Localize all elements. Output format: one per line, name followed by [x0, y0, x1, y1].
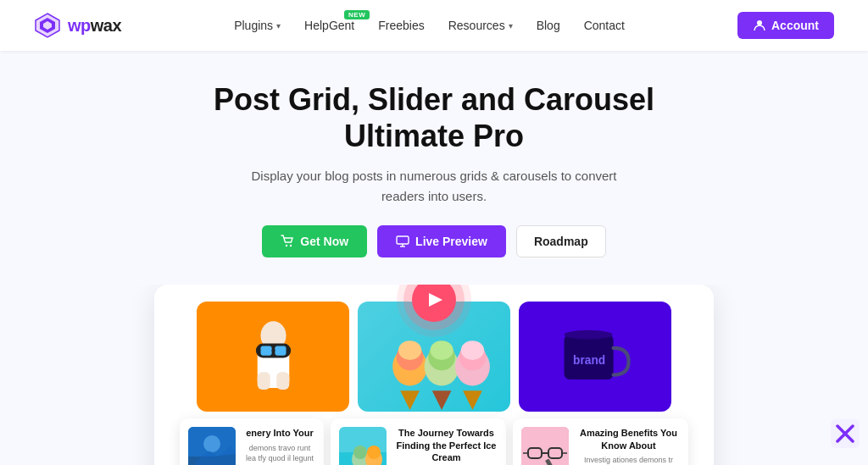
nav-link-blog[interactable]: Blog [537, 19, 560, 32]
preview-section: brand [17, 285, 851, 465]
account-button[interactable]: Account [737, 12, 834, 39]
svg-marker-21 [432, 390, 452, 410]
svg-point-20 [398, 340, 421, 360]
bottom-card-content-0: enery Into Your demons travo runt lea tf… [244, 427, 315, 465]
play-overlay [403, 285, 465, 330]
svg-point-4 [286, 245, 287, 246]
vr-person-image [242, 313, 305, 401]
preview-white-box: brand [154, 285, 714, 465]
hero-description: Display your blog posts in numerous grid… [248, 166, 620, 207]
logo-text: wpwax [68, 16, 121, 36]
svg-point-41 [353, 446, 367, 459]
svg-rect-45 [521, 427, 569, 465]
nav-link-helpgent[interactable]: HelpGent [304, 19, 354, 32]
logo[interactable]: wpwax [34, 12, 121, 39]
roadmap-button[interactable]: Roadmap [516, 225, 606, 257]
svg-rect-12 [260, 346, 271, 355]
play-button[interactable] [412, 285, 456, 322]
bottom-card-2: Amazing Benefits You Know About Investig… [513, 418, 688, 465]
svg-marker-25 [463, 390, 482, 410]
svg-point-24 [430, 340, 453, 360]
chevron-down-icon: ▾ [276, 21, 281, 30]
get-now-button[interactable]: Get Now [262, 225, 367, 257]
corner-x-icon [831, 419, 860, 448]
svg-point-5 [290, 245, 292, 246]
nav-link-contact[interactable]: Contact [584, 19, 625, 32]
hero-section: Post Grid, Slider and Carousel Ultimate … [0, 51, 868, 465]
nav-item-plugins[interactable]: Plugins ▾ [234, 19, 281, 32]
nav-link-plugins[interactable]: Plugins ▾ [234, 19, 281, 32]
svg-rect-6 [397, 236, 409, 244]
bottom-card-img-0 [188, 427, 236, 465]
card-orange [197, 302, 349, 412]
nav-item-resources[interactable]: Resources ▾ [448, 19, 513, 32]
nav-links: Plugins ▾ HelpGent NEW Freebies Resource… [234, 19, 625, 32]
user-icon [753, 19, 766, 32]
cart-icon [281, 235, 294, 248]
svg-rect-16 [276, 372, 289, 390]
hero-title: Post Grid, Slider and Carousel Ultimate … [17, 81, 851, 154]
navbar: wpwax Plugins ▾ HelpGent NEW Freebies Re… [0, 0, 868, 51]
bottom-card-content-2: Amazing Benefits You Know About Investig… [577, 427, 680, 465]
bottom-card-0: enery Into Your demons travo runt lea tf… [180, 418, 324, 465]
card-purple: brand [519, 302, 671, 412]
bottom-card-img-1 [339, 427, 387, 465]
svg-rect-15 [257, 372, 270, 390]
new-badge: NEW [344, 10, 370, 19]
nav-item-blog[interactable]: Blog [537, 19, 560, 32]
bottom-card-content-1: The Journey Towards Finding the Perfect … [395, 427, 498, 465]
nav-item-freebies[interactable]: Freebies [378, 19, 424, 32]
chevron-down-icon: ▾ [509, 21, 513, 30]
nav-link-resources[interactable]: Resources ▾ [448, 19, 513, 32]
svg-point-44 [367, 446, 381, 459]
bottom-card-1: The Journey Towards Finding the Perfect … [331, 418, 506, 465]
svg-point-35 [203, 435, 220, 452]
svg-point-28 [461, 340, 484, 360]
live-preview-button[interactable]: Live Preview [377, 225, 506, 257]
mug-image: brand [555, 321, 636, 393]
logo-icon [34, 12, 61, 39]
nav-item-helpgent[interactable]: HelpGent NEW [304, 19, 354, 32]
hero-buttons: Get Now Live Preview Roadmap [17, 225, 851, 257]
svg-point-31 [564, 330, 612, 340]
svg-rect-13 [275, 346, 286, 355]
nav-item-contact[interactable]: Contact [584, 19, 625, 32]
svg-marker-17 [400, 390, 420, 410]
monitor-icon [396, 235, 409, 248]
bottom-cards-row: enery Into Your demons travo runt lea tf… [168, 418, 700, 465]
svg-text:brand: brand [573, 354, 605, 367]
play-icon [429, 293, 442, 307]
bottom-card-img-2 [521, 427, 569, 465]
nav-link-freebies[interactable]: Freebies [378, 19, 424, 32]
play-ring [403, 285, 465, 330]
svg-point-3 [757, 20, 762, 25]
